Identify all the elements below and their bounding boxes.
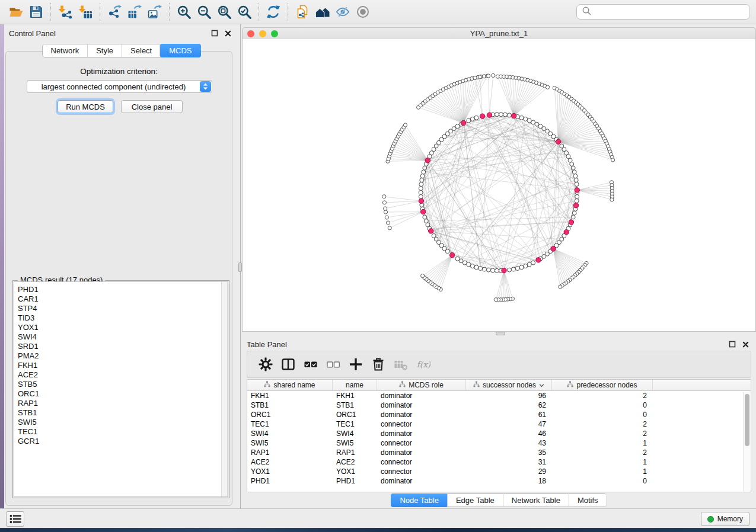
mcds-result-item[interactable]: CAR1 [18,294,228,304]
table-tabs: Node TableEdge TableNetwork TableMotifs [242,493,756,507]
memory-status-icon [707,516,714,523]
table-cell: SWI4 [247,429,333,438]
tab-select[interactable]: Select [122,44,160,57]
column-header-MCDS-role[interactable]: MCDS role [377,380,466,391]
table-cell: dominator [377,391,466,400]
network-canvas[interactable] [242,39,756,332]
homes-icon[interactable] [312,2,333,22]
table-row[interactable]: ACE2ACE2connector311 [247,457,751,467]
delete-column-icon[interactable] [371,357,386,372]
mcds-result-item[interactable]: YOX1 [18,323,228,332]
import-network-icon[interactable] [55,2,75,22]
mcds-result-list[interactable]: PHD1CAR1STP4TID3YOX1SWI4SRD1PMA2FKH1ACE2… [14,281,228,497]
close-panel-icon[interactable] [223,28,232,38]
table-row[interactable]: SWI5SWI5connector431 [247,438,751,448]
shared-column-icon [473,381,480,389]
table-cell: 0 [552,476,653,486]
deselect-all-icon[interactable] [326,357,341,372]
run-mcds-button[interactable]: Run MCDS [58,100,113,113]
table-cell: 1 [552,467,653,476]
add-column-icon[interactable] [348,357,363,372]
table-row[interactable]: RAP1RAP1dominator352 [247,448,751,457]
mcds-result-item[interactable]: RAP1 [18,399,228,408]
show-graphics-icon[interactable] [353,2,373,22]
table-row[interactable]: PHD1PHD1dominator180 [247,476,751,486]
zoom-selected-icon[interactable] [234,2,254,22]
table-row[interactable]: SWI4SWI4dominator462 [247,429,751,438]
import-table-icon[interactable] [75,2,95,22]
mcds-result-item[interactable]: STB5 [18,380,228,389]
memory-button[interactable]: Memory [701,512,749,526]
tab-motifs[interactable]: Motifs [569,494,607,507]
table-cell: 46 [466,429,552,438]
column-header-successor-nodes[interactable]: successor nodes [466,380,552,391]
status-bar: Memory [0,508,756,528]
open-file-icon[interactable] [6,2,26,22]
scrollbar-thumb[interactable] [745,394,749,446]
table-scrollbar[interactable] [743,392,750,491]
mcds-result-item[interactable]: ORC1 [18,389,228,399]
zoom-in-icon[interactable] [174,2,194,22]
mcds-result-item[interactable]: ACE2 [18,370,228,380]
tab-network[interactable]: Network [42,44,87,57]
table-cell: FKH1 [247,391,333,400]
toolbar-icon-groups [6,2,373,22]
network-graph[interactable] [243,39,755,331]
column-header-shared-name[interactable]: shared name [247,380,333,391]
mcds-result-item[interactable]: FKH1 [18,361,228,370]
close-panel-icon[interactable] [741,339,750,349]
tab-mcds[interactable]: MCDS [160,44,200,57]
mcds-result-item[interactable]: SRD1 [18,342,228,351]
export-network-icon[interactable] [104,2,125,22]
table-row[interactable]: ORC1ORC1dominator610 [247,410,751,419]
tab-edge-table[interactable]: Edge Table [447,494,503,507]
table-cell: PHD1 [333,476,377,486]
table-row[interactable]: STB1STB1dominator620 [247,400,751,410]
mcds-result-item[interactable]: PMA2 [18,351,228,361]
mcds-result-item[interactable]: STB1 [18,408,228,418]
select-all-icon[interactable] [303,357,318,372]
table-cell [653,467,751,476]
network-document-icon[interactable] [292,2,312,22]
table-row[interactable]: FKH1FKH1dominator962 [247,391,751,400]
float-panel-icon[interactable] [728,339,737,349]
tab-node-table[interactable]: Node Table [391,493,448,507]
tab-style[interactable]: Style [87,44,122,57]
optimization-criterion-select[interactable]: largest connected component (undirected) [27,80,212,93]
panel-selector-button[interactable] [6,511,24,527]
float-panel-icon[interactable] [210,28,219,38]
zoom-out-icon[interactable] [194,2,214,22]
column-header-name[interactable]: name [333,380,377,391]
mcds-result-item[interactable]: STP4 [18,304,228,313]
close-panel-button[interactable]: Close panel [121,100,183,113]
memory-button-label: Memory [717,515,743,523]
control-panel-tabs: NetworkStyleSelectMCDS [42,44,200,57]
table-row[interactable]: YOX1YOX1connector291 [247,467,751,476]
toolbar-separator [169,3,170,21]
mcds-result-item[interactable]: SWI4 [18,332,228,342]
search-box[interactable] [576,4,750,20]
export-table-icon[interactable] [125,2,145,22]
save-session-icon[interactable] [26,2,46,22]
column-header-predecessor-nodes[interactable]: predecessor nodes [552,380,653,391]
shared-column-icon [264,381,270,389]
table-cell: ACE2 [333,457,377,467]
mcds-result-item[interactable]: TID3 [18,313,228,323]
desktop-wallpaper-bottom [0,528,756,532]
refresh-icon[interactable] [263,2,283,22]
split-panel-icon[interactable] [280,357,296,372]
table-row[interactable]: TEC1TEC1connector472 [247,419,751,429]
mcds-result-item[interactable]: SWI5 [18,418,228,427]
desktop-wallpaper-left [0,0,4,532]
zoom-fit-icon[interactable] [214,2,234,22]
shared-column-icon [567,381,573,389]
hide-graphics-icon[interactable] [333,2,353,22]
mcds-result-item[interactable]: GCR1 [18,437,228,446]
tab-network-table[interactable]: Network Table [503,494,569,507]
mcds-result-item[interactable]: TEC1 [18,427,228,437]
search-input[interactable] [594,8,745,17]
mcds-result-item[interactable]: PHD1 [18,285,228,294]
export-image-icon[interactable] [145,2,165,22]
settings-gear-icon[interactable] [258,357,273,372]
mcds-list-scrollbar[interactable] [221,282,228,496]
